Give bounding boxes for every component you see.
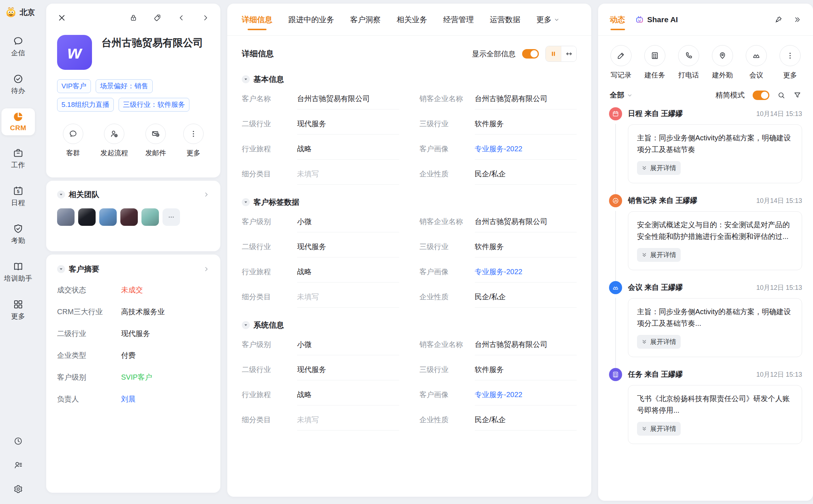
sidebar-item-work[interactable]: 工作: [1, 145, 35, 173]
close-icon[interactable]: [57, 13, 67, 23]
field-value[interactable]: 台州古驰贸易有限公司: [297, 94, 399, 109]
empty-field-value[interactable]: 未填写: [297, 292, 399, 308]
sidebar-item-attendance[interactable]: 考勤: [1, 220, 35, 249]
owner-link[interactable]: 刘晨: [121, 394, 136, 404]
field-value[interactable]: 台州古驰贸易有限公司: [475, 217, 577, 232]
customer-profile-link[interactable]: 专业服务-2022: [475, 267, 577, 283]
field-label: 三级行业: [420, 365, 475, 375]
tab-customer-insight[interactable]: 客户洞察: [350, 4, 381, 35]
expand-details-button[interactable]: 展开详情: [637, 422, 681, 436]
sidebar-item-more[interactable]: 更多: [1, 296, 35, 324]
expand-details-button[interactable]: 展开详情: [637, 335, 681, 349]
entry-text: 飞书《北京纷扬科技有限责任公司》研发个人账号即将停用...: [637, 393, 793, 416]
team-member-avatar[interactable]: [78, 208, 96, 226]
clock-icon[interactable]: [13, 436, 23, 446]
create-task-button[interactable]: 建任务: [644, 45, 665, 80]
customer-tag[interactable]: 场景偏好：销售: [96, 79, 153, 93]
field-value[interactable]: 现代服务: [297, 242, 399, 257]
sidebar-item-todo[interactable]: 待办: [1, 71, 35, 99]
summary-row: 负责人 刘晨: [57, 394, 209, 404]
summary-row: CRM三大行业 高技术服务业: [57, 307, 209, 317]
field-value[interactable]: 战略: [297, 390, 399, 405]
tag-icon[interactable]: [153, 14, 161, 22]
customer-profile-link[interactable]: 专业服务-2022: [475, 390, 577, 405]
gear-icon[interactable]: [13, 484, 23, 494]
field-value[interactable]: 台州古驰贸易有限公司: [475, 340, 577, 355]
team-member-avatar[interactable]: [141, 208, 159, 226]
two-column-layout-button[interactable]: [546, 46, 561, 61]
field-value[interactable]: 现代服务: [297, 365, 399, 380]
tab-operation-data[interactable]: 运营数据: [490, 4, 520, 35]
chevron-right-icon[interactable]: [203, 191, 209, 198]
funnel-icon[interactable]: [793, 91, 801, 99]
customer-tag[interactable]: 三级行业：软件服务: [119, 98, 189, 112]
tab-related-business[interactable]: 相关业务: [397, 4, 427, 35]
filter-all-dropdown[interactable]: 全部: [610, 90, 633, 100]
more-activity-button[interactable]: 更多: [780, 45, 801, 80]
customer-tag[interactable]: VIP客户: [57, 79, 91, 93]
field-value[interactable]: 台州古驰贸易有限公司: [475, 94, 577, 109]
make-call-button[interactable]: 打电话: [678, 45, 699, 80]
team-more-button[interactable]: [163, 208, 180, 226]
tab-activity[interactable]: 动态: [610, 4, 625, 35]
create-field-visit-button[interactable]: 建外勤: [712, 45, 733, 80]
empty-field-value[interactable]: 未填写: [297, 415, 399, 431]
sidebar-item-schedule[interactable]: 5 日程: [1, 183, 35, 211]
write-record-button[interactable]: 写记录: [610, 45, 632, 80]
field-value[interactable]: 战略: [297, 267, 399, 283]
chevron-left-icon[interactable]: [177, 14, 185, 22]
customer-group-button[interactable]: 客群: [63, 124, 83, 158]
chevron-down-icon: [554, 17, 560, 23]
team-member-avatar[interactable]: [57, 208, 75, 226]
chevron-right-icon[interactable]: [201, 14, 209, 22]
search-icon[interactable]: [777, 91, 785, 99]
chevron-right-icon[interactable]: [203, 266, 209, 272]
caret-down-icon[interactable]: [242, 198, 250, 206]
lock-icon[interactable]: [129, 14, 137, 22]
expand-details-button[interactable]: 展开详情: [637, 161, 681, 175]
field-value[interactable]: 战略: [297, 144, 399, 160]
expand-details-button[interactable]: 展开详情: [637, 248, 681, 262]
field-value[interactable]: 软件服务: [475, 119, 577, 135]
pushpin-icon[interactable]: [774, 16, 782, 24]
caret-down-icon[interactable]: [242, 321, 250, 329]
send-mail-button[interactable]: 发邮件: [145, 124, 166, 158]
field-value[interactable]: 民企/私企: [475, 292, 577, 308]
tab-share-ai[interactable]: Share AI: [635, 4, 678, 35]
tab-more[interactable]: 更多: [536, 4, 560, 35]
show-all-toggle[interactable]: [522, 49, 539, 59]
share-ai-icon: [635, 15, 644, 24]
caret-down-icon[interactable]: [242, 75, 250, 83]
customer-tag[interactable]: 5.18组织力直播: [57, 98, 114, 112]
related-team-title: 相关团队: [69, 189, 99, 200]
field-value[interactable]: 民企/私企: [475, 415, 577, 431]
customer-profile-link[interactable]: 专业服务-2022: [475, 144, 577, 160]
more-actions-button[interactable]: 更多: [183, 124, 204, 158]
timeline-entry-meeting: 会议 来自 王繆繆 10月12日 15:13 主旨：同步业务侧Activity的…: [609, 281, 802, 357]
field-value[interactable]: 现代服务: [297, 119, 399, 135]
field-value[interactable]: 小微: [297, 217, 399, 232]
caret-down-icon[interactable]: [57, 265, 65, 273]
tab-ongoing-business[interactable]: 跟进中的业务: [288, 4, 334, 35]
tab-detail-info[interactable]: 详细信息: [242, 4, 272, 35]
caret-down-icon[interactable]: [57, 191, 65, 199]
contacts-icon[interactable]: [13, 460, 23, 470]
double-chevron-right-icon[interactable]: [793, 16, 801, 24]
meeting-icon: [609, 281, 622, 294]
field-value[interactable]: 小微: [297, 340, 399, 355]
team-member-avatar[interactable]: [99, 208, 117, 226]
compact-mode-toggle[interactable]: [753, 91, 769, 100]
app-logo: 北京: [0, 0, 36, 19]
field-value[interactable]: 软件服务: [475, 242, 577, 257]
sidebar-item-crm[interactable]: CRM: [1, 108, 35, 135]
field-value[interactable]: 软件服务: [475, 365, 577, 380]
sidebar-item-qixin[interactable]: 企信: [1, 33, 35, 61]
empty-field-value[interactable]: 未填写: [297, 169, 399, 185]
meeting-button[interactable]: 会议: [746, 45, 767, 80]
field-value[interactable]: 民企/私企: [475, 169, 577, 185]
team-member-avatar[interactable]: [120, 208, 138, 226]
wide-layout-button[interactable]: [561, 46, 576, 61]
start-flow-button[interactable]: 发起流程: [100, 124, 128, 158]
sidebar-item-training[interactable]: 培训助手: [1, 258, 35, 287]
tab-operation-mgmt[interactable]: 经营管理: [443, 4, 474, 35]
